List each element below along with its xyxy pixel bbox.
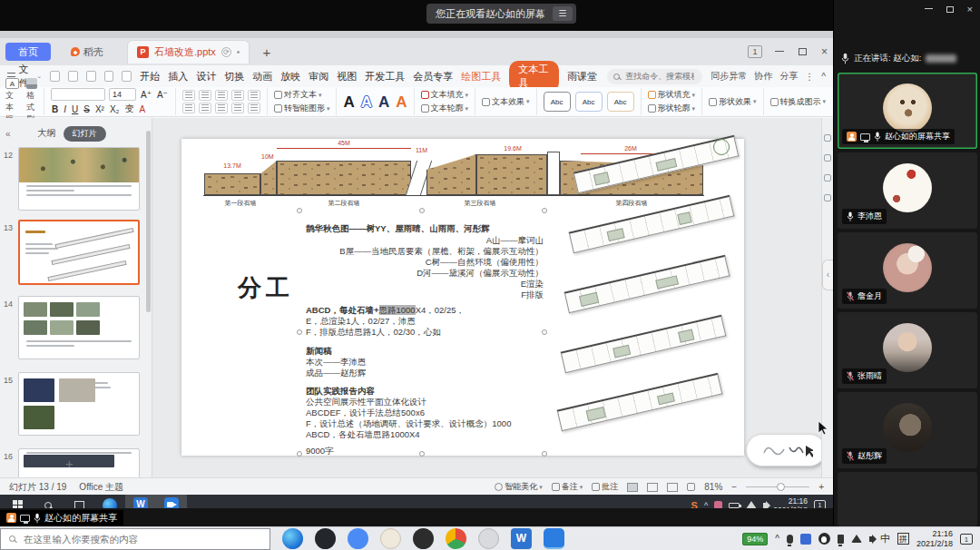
underline-button[interactable]: U	[71, 104, 79, 114]
zoom-slider-knob[interactable]	[777, 483, 785, 491]
redo-icon[interactable]	[122, 71, 132, 82]
tray-expand-icon[interactable]: ^	[775, 534, 779, 544]
outline-tab[interactable]: 大纲	[38, 127, 56, 140]
slide-thumbnail-14[interactable]	[18, 296, 140, 359]
notification-icon[interactable]: 1	[960, 534, 973, 545]
taskbar-app-icon-wps[interactable]: W	[511, 528, 532, 549]
notes-button[interactable]: 备注▾	[552, 481, 583, 493]
shape-effect-button[interactable]: 形状效果▾	[709, 96, 757, 108]
message-badge[interactable]: 1	[748, 45, 762, 58]
new-tab-button[interactable]: +	[262, 44, 270, 60]
wifi-icon[interactable]	[851, 535, 862, 543]
speaker-icon[interactable]	[763, 503, 767, 508]
text-fill-button[interactable]: 文本填充▾	[421, 89, 469, 101]
text-effect-button[interactable]: 文本效果▾	[482, 96, 530, 108]
slide-thumbnail-15[interactable]	[18, 372, 140, 436]
screen-share-label[interactable]: 赵心如的屏幕共享	[0, 510, 123, 525]
rail-icon-resources[interactable]	[824, 194, 831, 201]
qq-icon[interactable]	[818, 533, 830, 545]
resize-handle[interactable]	[542, 329, 547, 335]
font-color-button[interactable]: A	[138, 104, 146, 114]
increase-font-button[interactable]: A⁺	[140, 90, 152, 100]
normal-view-button[interactable]	[627, 483, 638, 492]
battery-icon[interactable]	[729, 503, 740, 508]
menu-insert[interactable]: 插入	[168, 70, 188, 83]
print-icon[interactable]	[68, 71, 78, 82]
rail-icon-animation[interactable]	[824, 154, 831, 162]
tab-close-icon[interactable]: •	[237, 47, 240, 57]
banner-menu-icon[interactable]: ☰	[553, 6, 573, 21]
wordart-style-4[interactable]: A	[396, 94, 407, 110]
rail-icon-properties[interactable]	[824, 134, 831, 142]
speaker-icon[interactable]	[869, 536, 873, 542]
to-smartart-button[interactable]: 转智能图形▾	[274, 103, 330, 114]
reading-view-button[interactable]	[667, 483, 678, 492]
menu-slideshow[interactable]: 放映	[280, 70, 300, 83]
number-list-icon[interactable]	[199, 90, 211, 101]
tab-sync-icon[interactable]: ⟳	[221, 47, 231, 57]
taskbar-app-icon-3[interactable]	[348, 528, 368, 549]
justify-icon[interactable]	[231, 103, 244, 113]
pointer-popup[interactable]	[746, 434, 826, 467]
menu-draw-tools[interactable]: 绘图工具	[461, 70, 501, 83]
windows-search-input[interactable]	[22, 533, 261, 545]
thumbnail-scrollbar[interactable]	[146, 131, 151, 312]
rail-icon-designer[interactable]	[824, 174, 831, 182]
menu-start[interactable]: 开始	[140, 70, 160, 83]
tray-blue-icon[interactable]	[800, 534, 811, 545]
menu-animation[interactable]: 动画	[252, 70, 272, 83]
taskbar-app-icon-6[interactable]	[446, 528, 466, 549]
menu-member[interactable]: 会员专享	[413, 70, 453, 83]
home-tab[interactable]: 首页	[5, 43, 51, 61]
slide-thumbnail-16[interactable]	[18, 448, 140, 477]
menu-devtools[interactable]: 开发工具	[365, 70, 405, 83]
font-size-select[interactable]: 14	[109, 88, 136, 101]
participant-tile-partial[interactable]	[838, 472, 977, 526]
more-icon[interactable]: ⋮	[805, 72, 814, 82]
zoom-in-button[interactable]: +	[818, 482, 824, 492]
docer-tab[interactable]: 稻壳	[64, 43, 111, 61]
menu-transition[interactable]: 切换	[224, 70, 244, 83]
to-diagram-button[interactable]: 转换成图示▾	[770, 96, 827, 108]
taskbar-app-icon-5[interactable]	[413, 528, 434, 549]
zoom-slider[interactable]	[746, 486, 809, 487]
slides-tab-active[interactable]: 幻灯片	[64, 126, 106, 142]
shape-style-2[interactable]: Abc	[575, 92, 603, 112]
slide-thumbnail-12[interactable]	[18, 147, 140, 211]
superscript-button[interactable]: X²	[94, 104, 105, 114]
menu-view[interactable]: 视图	[337, 70, 357, 83]
slide-thumbnail-13-selected[interactable]	[18, 220, 140, 285]
minimize-icon[interactable]	[925, 8, 933, 9]
menu-design[interactable]: 设计	[196, 70, 216, 83]
participant-tile[interactable]: 李沛恩	[838, 152, 977, 229]
decrease-font-button[interactable]: A⁻	[156, 90, 169, 100]
shape-outline-button[interactable]: 形状轮廓▾	[648, 103, 696, 114]
clock[interactable]: 21:162021/2/18	[916, 529, 953, 549]
shape-style-1[interactable]: Abc	[544, 92, 571, 112]
battery-percent[interactable]: 94%	[742, 533, 768, 545]
resize-handle[interactable]	[419, 451, 425, 457]
slide-13[interactable]: 13.7M 10M 45M 11M 19.6M 26M 第一段石墙 第二段石墙 …	[181, 139, 744, 456]
decrease-indent-icon[interactable]	[215, 90, 228, 101]
camera-tray-icon[interactable]	[838, 535, 844, 544]
collapse-panel-icon[interactable]: «	[5, 129, 11, 139]
comments-button[interactable]: 批注	[592, 481, 618, 493]
maximize-icon[interactable]	[799, 48, 807, 55]
bold-button[interactable]: B	[51, 104, 59, 114]
sorter-view-button[interactable]	[647, 483, 658, 492]
shape-fill-button[interactable]: 形状填充▾	[648, 89, 696, 101]
panel-collapse-handle[interactable]: ‹	[822, 260, 833, 290]
minimize-icon[interactable]	[775, 51, 784, 52]
text-direction-icon[interactable]	[248, 90, 260, 101]
participant-tile[interactable]: 赵彤辉	[838, 392, 977, 468]
align-right-icon[interactable]	[215, 103, 228, 113]
windows-search-box[interactable]	[0, 528, 270, 550]
strikethrough-button[interactable]: S	[83, 104, 91, 114]
collaborate-button[interactable]: 协作	[754, 70, 772, 83]
command-search-input[interactable]	[623, 71, 696, 82]
participant-tile-screenshare[interactable]: 赵心如的屏幕共享	[838, 73, 977, 149]
wordart-style-3[interactable]: A	[378, 94, 389, 110]
wordart-style-1[interactable]: A	[343, 94, 354, 110]
font-name-select[interactable]	[51, 88, 105, 101]
align-center-icon[interactable]	[199, 103, 211, 113]
